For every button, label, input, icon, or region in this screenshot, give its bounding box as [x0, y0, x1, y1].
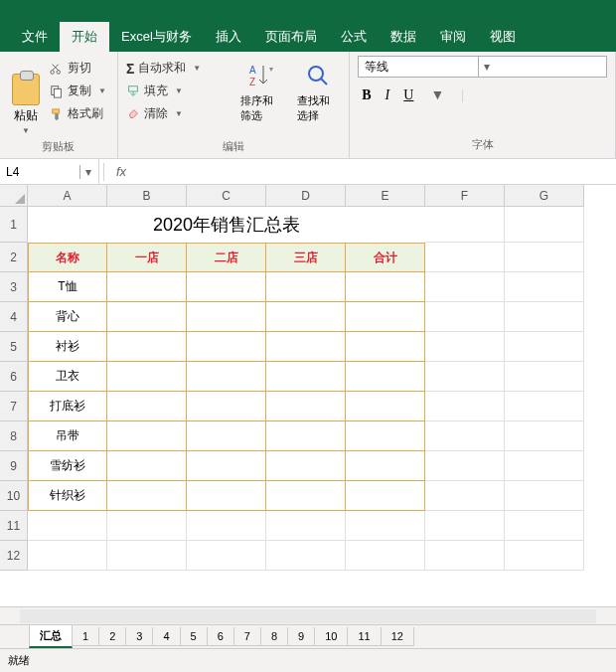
- column-header[interactable]: G: [505, 185, 584, 207]
- bold-button[interactable]: B: [362, 87, 371, 103]
- ribbon-tab-数据[interactable]: 数据: [379, 22, 428, 52]
- chevron-down-icon[interactable]: ▾: [79, 165, 95, 179]
- cell[interactable]: [425, 362, 505, 392]
- table-cell[interactable]: [107, 392, 187, 421]
- table-header[interactable]: 合计: [346, 243, 425, 272]
- table-cell[interactable]: [107, 302, 187, 332]
- table-cell[interactable]: [187, 421, 266, 451]
- cell[interactable]: [425, 302, 505, 332]
- table-cell[interactable]: 针织衫: [28, 481, 107, 511]
- table-cell[interactable]: [187, 481, 266, 511]
- sheet-tab[interactable]: 4: [152, 627, 180, 646]
- cell[interactable]: [425, 451, 505, 481]
- cell[interactable]: [505, 451, 584, 481]
- table-cell[interactable]: T恤: [28, 272, 107, 302]
- row-header[interactable]: 7: [0, 392, 28, 421]
- cell[interactable]: [187, 511, 266, 541]
- ribbon-tab-开始[interactable]: 开始: [60, 22, 109, 52]
- ribbon-tab-文件[interactable]: 文件: [10, 22, 60, 52]
- row-header[interactable]: 3: [0, 272, 28, 302]
- table-header[interactable]: 一店: [107, 243, 187, 272]
- sheet-tab[interactable]: 2: [98, 627, 126, 646]
- column-header[interactable]: E: [346, 185, 425, 207]
- table-cell[interactable]: [346, 332, 425, 362]
- cell[interactable]: [425, 207, 505, 243]
- cell[interactable]: [505, 392, 584, 421]
- row-header[interactable]: 12: [0, 541, 28, 571]
- table-cell[interactable]: [107, 481, 187, 511]
- cell[interactable]: [505, 481, 584, 511]
- select-all-button[interactable]: [0, 185, 28, 207]
- cell[interactable]: [266, 541, 346, 571]
- row-header[interactable]: 4: [0, 302, 28, 332]
- table-cell[interactable]: 卫衣: [28, 362, 107, 392]
- table-cell[interactable]: [107, 272, 187, 302]
- table-header[interactable]: 名称: [28, 243, 107, 272]
- column-header[interactable]: D: [266, 185, 346, 207]
- cell[interactable]: [425, 392, 505, 421]
- row-header[interactable]: 10: [0, 481, 28, 511]
- sheet-tab[interactable]: 汇总: [29, 625, 73, 648]
- horizontal-scrollbar[interactable]: [0, 606, 616, 624]
- table-cell[interactable]: [266, 481, 346, 511]
- cell[interactable]: [425, 421, 505, 451]
- name-box[interactable]: [0, 163, 79, 181]
- ribbon-tab-插入[interactable]: 插入: [204, 22, 253, 52]
- cell[interactable]: [425, 481, 505, 511]
- table-cell[interactable]: [346, 272, 425, 302]
- cell[interactable]: [505, 332, 584, 362]
- table-header[interactable]: 三店: [266, 243, 346, 272]
- ribbon-tab-审阅[interactable]: 审阅: [428, 22, 478, 52]
- worksheet-grid[interactable]: ABCDEFG 123456789101112 2020年销售汇总表名称一店二店…: [0, 185, 616, 606]
- sheet-tab[interactable]: 11: [347, 627, 381, 646]
- cell[interactable]: [505, 362, 584, 392]
- table-header[interactable]: 二店: [187, 243, 266, 272]
- sheet-tab[interactable]: 3: [125, 627, 153, 646]
- row-header[interactable]: 8: [0, 421, 28, 451]
- cell[interactable]: [505, 302, 584, 332]
- font-name-combo[interactable]: ▾: [358, 56, 607, 78]
- cell[interactable]: [425, 511, 505, 541]
- format-painter-button[interactable]: 格式刷: [50, 105, 109, 122]
- table-cell[interactable]: [266, 272, 346, 302]
- table-cell[interactable]: [107, 332, 187, 362]
- table-cell[interactable]: [107, 421, 187, 451]
- cell[interactable]: [28, 541, 107, 571]
- clear-button[interactable]: 清除▼: [126, 105, 229, 122]
- find-select-button[interactable]: 查找和选择: [295, 60, 342, 125]
- ribbon-tab-Excel与财务[interactable]: Excel与财务: [109, 22, 204, 52]
- table-cell[interactable]: [187, 392, 266, 421]
- italic-button[interactable]: I: [385, 87, 390, 103]
- row-header[interactable]: 6: [0, 362, 28, 392]
- sheet-tab[interactable]: 8: [260, 627, 288, 646]
- cell[interactable]: [505, 421, 584, 451]
- cell[interactable]: [425, 243, 505, 272]
- cell[interactable]: [505, 243, 584, 272]
- table-cell[interactable]: [346, 302, 425, 332]
- table-cell[interactable]: [187, 302, 266, 332]
- row-header[interactable]: 5: [0, 332, 28, 362]
- ribbon-tab-视图[interactable]: 视图: [478, 22, 528, 52]
- sort-filter-button[interactable]: AZ 排序和筛选: [238, 60, 285, 125]
- column-header[interactable]: A: [28, 185, 107, 207]
- cell[interactable]: [425, 332, 505, 362]
- cell[interactable]: [505, 541, 584, 571]
- table-cell[interactable]: [346, 392, 425, 421]
- cut-button[interactable]: 剪切: [50, 60, 109, 77]
- font-name-input[interactable]: [359, 57, 478, 77]
- cell[interactable]: [107, 541, 187, 571]
- table-cell[interactable]: [187, 332, 266, 362]
- sheet-tab[interactable]: 9: [287, 627, 315, 646]
- table-cell[interactable]: [266, 451, 346, 481]
- column-header[interactable]: C: [187, 185, 266, 207]
- sheet-tab[interactable]: 6: [207, 627, 234, 646]
- cell[interactable]: [28, 511, 107, 541]
- column-header[interactable]: B: [107, 185, 187, 207]
- sheet-tab[interactable]: 5: [180, 627, 208, 646]
- table-cell[interactable]: 衬衫: [28, 332, 107, 362]
- sheet-tab[interactable]: 12: [381, 627, 414, 646]
- table-cell[interactable]: [187, 272, 266, 302]
- cell[interactable]: [425, 272, 505, 302]
- copy-button[interactable]: 复制▼: [50, 83, 109, 99]
- fx-button[interactable]: fx: [108, 164, 134, 179]
